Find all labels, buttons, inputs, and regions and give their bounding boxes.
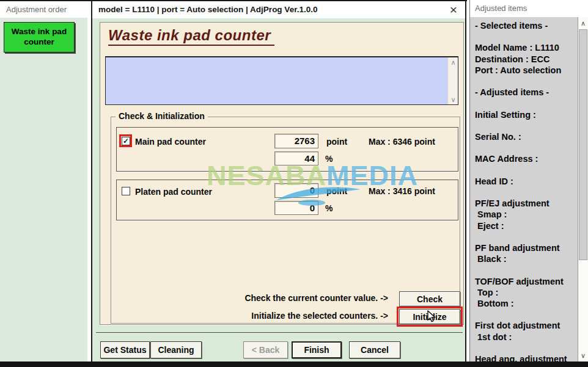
- adjusted-item-line: TOF/BOF adjustment: [475, 276, 578, 287]
- adjustment-order-panel: Adjustment order Waste ink pad counter: [0, 1, 87, 362]
- cleaning-button[interactable]: Cleaning: [150, 341, 202, 358]
- dialog-title: model = L1110 | port = Auto selection | …: [98, 1, 317, 18]
- adjusted-item-line: Bottom :: [475, 298, 578, 309]
- platen-pad-percent-unit: %: [325, 203, 333, 213]
- adjusted-items-panel: Adjusted items - Selected items -Model N…: [469, 0, 588, 362]
- footer-divider: [96, 332, 463, 333]
- screen: Adjustment order Waste ink pad counter m…: [0, 0, 588, 367]
- adjusted-item-line: Black :: [475, 253, 578, 264]
- finish-button[interactable]: Finish: [292, 341, 342, 358]
- check-caption: Check the current counter value. ->: [203, 293, 388, 303]
- platen-pad-points-unit: point: [326, 186, 347, 196]
- main-pad-percent-unit: %: [325, 154, 333, 164]
- adjusted-item-line: - Selected items -: [475, 20, 578, 31]
- adjusted-item-line: Top :: [475, 287, 578, 298]
- adjustment-order-header: Adjustment order: [0, 1, 87, 18]
- initialize-button[interactable]: Initialize: [399, 309, 460, 324]
- page-title: Waste ink pad counter: [108, 27, 274, 46]
- adjusted-item-line: Model Name : L1110: [475, 42, 578, 53]
- main-pad-points-unit: point: [326, 137, 347, 147]
- adjusted-item-line: Eject :: [475, 220, 578, 231]
- adjusted-item-line: Initial Setting :: [475, 109, 578, 120]
- platen-pad-max: Max : 3416 point: [369, 186, 435, 196]
- adjusted-item-line: Smap :: [475, 209, 578, 220]
- adjusted-item-line: PF/EJ adjustment: [475, 198, 578, 209]
- main-pad-counter-box: ✓ Main pad counter 2763 point Max : 6346…: [116, 127, 458, 172]
- check-initialization-group: Check & Initialization ✓ Main pad counte…: [111, 117, 460, 324]
- adjusted-item-line: [475, 165, 578, 176]
- adjprog-dialog: model = L1110 | port = Auto selection | …: [91, 1, 466, 362]
- main-pad-max: Max : 6346 point: [369, 137, 435, 147]
- listbox-scrollbar[interactable]: ∧ ∨: [447, 57, 458, 104]
- close-icon[interactable]: ×: [446, 2, 461, 18]
- adjusted-item-line: [475, 187, 578, 198]
- platen-pad-percent-field: 0: [274, 201, 318, 215]
- adjusted-item-line: Head ID :: [475, 176, 578, 187]
- adjusted-item-line: [475, 76, 578, 87]
- group-title: Check & Initialization: [116, 111, 208, 121]
- adjusted-item-line: Port : Auto selection: [475, 65, 578, 76]
- waste-ink-pad-counter-button[interactable]: Waste ink pad counter: [4, 22, 75, 53]
- top-edge: [0, 0, 467, 1]
- adjusted-item-line: [475, 343, 578, 354]
- scroll-down-icon[interactable]: ∨: [578, 351, 588, 360]
- main-pad-percent-field: 44: [274, 151, 318, 165]
- adjusted-item-line: 1st dot :: [475, 332, 578, 343]
- adjusted-items-scrollbar[interactable]: ∧ ∨: [578, 17, 588, 362]
- adjusted-item-line: [475, 120, 578, 131]
- dialog-content-panel: Waste ink pad counter ∧ ∨ Check & Initia…: [100, 22, 464, 325]
- main-pad-checkbox[interactable]: ✓: [122, 137, 130, 145]
- adjusted-item-line: [475, 264, 578, 275]
- back-button[interactable]: < Back: [243, 341, 288, 358]
- platen-pad-points-field: 0: [274, 183, 318, 198]
- scrollbar-thumb[interactable]: [579, 29, 587, 260]
- adjusted-item-line: - Adjusted items -: [475, 87, 578, 98]
- adjusted-item-line: MAC Address :: [475, 153, 578, 164]
- adjusted-items-list: - Selected items -Model Name : L1110Dest…: [470, 17, 578, 365]
- bottom-bar: [0, 362, 588, 367]
- check-button[interactable]: Check: [399, 291, 460, 307]
- dialog-titlebar: model = L1110 | port = Auto selection | …: [92, 1, 465, 18]
- message-listbox[interactable]: ∧ ∨: [105, 56, 458, 105]
- adjusted-item-line: [475, 231, 578, 242]
- adjusted-item-line: First dot adjustment: [475, 320, 578, 331]
- scroll-up-icon[interactable]: ∧: [448, 57, 458, 67]
- adjusted-item-line: Serial No. :: [475, 131, 578, 142]
- scroll-up-icon[interactable]: ∧: [578, 18, 588, 28]
- adjusted-item-line: Destination : ECC: [475, 54, 578, 65]
- adjusted-item-line: [475, 309, 578, 320]
- adjusted-items-header: Adjusted items: [470, 0, 588, 17]
- adjusted-item-line: [475, 31, 578, 42]
- initialize-caption: Initialize the selected counters. ->: [203, 311, 388, 321]
- main-pad-points-field: 2763: [274, 134, 318, 148]
- adjusted-item-line: [475, 142, 578, 153]
- main-pad-label: Main pad counter: [135, 137, 206, 147]
- platen-pad-checkbox[interactable]: [122, 187, 130, 195]
- get-status-button[interactable]: Get Status: [100, 341, 150, 358]
- scroll-down-icon[interactable]: ∨: [448, 95, 458, 104]
- adjusted-item-line: PF band adjustment: [475, 242, 578, 253]
- platen-pad-counter-box: Platen pad counter 0 point Max : 3416 po…: [116, 180, 458, 220]
- platen-pad-label: Platen pad counter: [135, 187, 212, 197]
- cancel-button[interactable]: Cancel: [349, 341, 400, 358]
- adjusted-item-line: [475, 98, 578, 109]
